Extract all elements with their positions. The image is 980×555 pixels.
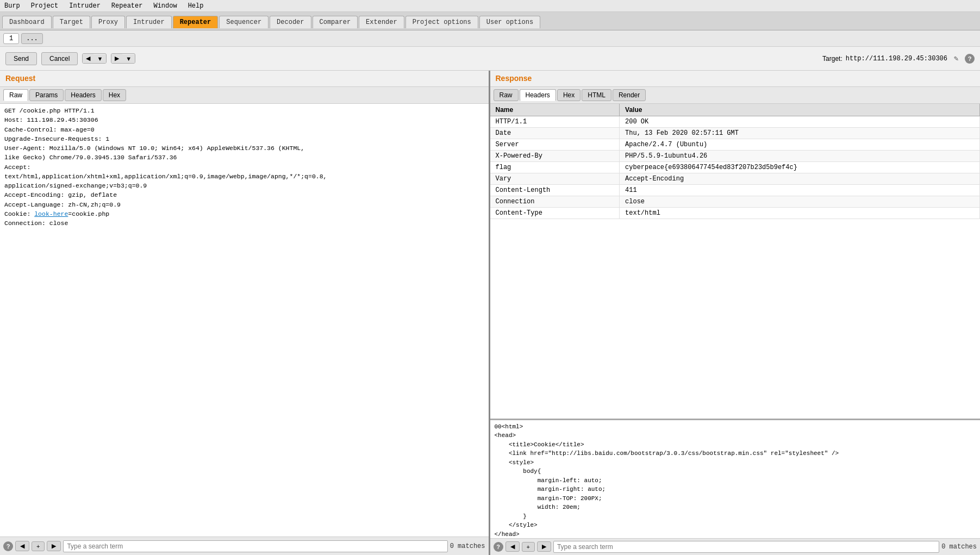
tab-target[interactable]: Target: [53, 16, 90, 28]
response-pane: Response Raw Headers Hex HTML Render Nam…: [490, 71, 981, 555]
request-content[interactable]: GET /cookie.php HTTP/1.1 Host: 111.198.2…: [0, 104, 489, 537]
request-tab-hex[interactable]: Hex: [103, 89, 126, 101]
nav-forward-group: ▶ ▼: [111, 53, 135, 64]
back-button[interactable]: ◀: [83, 54, 93, 63]
header-name: Server: [490, 139, 620, 151]
response-html-source[interactable]: 00<html> <head> <title>Cookie</title> <l…: [490, 419, 981, 538]
repeater-tabs: 1 ...: [0, 30, 980, 47]
response-tab-render[interactable]: Render: [613, 89, 646, 101]
request-tab-raw[interactable]: Raw: [3, 89, 28, 101]
request-search-next-plus[interactable]: +: [32, 541, 45, 551]
table-row: flagcyberpeace{e693806477454ed83f207b23d…: [490, 162, 980, 173]
menu-burp[interactable]: Burp: [2, 1, 22, 11]
header-name: Content-Length: [490, 185, 620, 196]
target-label: Target:: [822, 55, 842, 63]
response-content-area: Name Value HTTP/1.1200 OKDateThu, 13 Feb…: [490, 104, 981, 538]
request-tab-headers[interactable]: Headers: [65, 89, 101, 101]
request-search-help-icon[interactable]: ?: [3, 541, 13, 551]
target-info: Target: http://111.198.29.45:30306 ✎ ?: [822, 53, 975, 64]
header-value: text/html: [620, 208, 980, 219]
request-search-bar: ? ◀ + ▶ 0 matches: [0, 537, 489, 555]
repeater-tab-1[interactable]: 1: [3, 33, 19, 44]
menu-help[interactable]: Help: [186, 1, 206, 11]
request-search-next[interactable]: ▶: [47, 541, 61, 551]
response-search-input[interactable]: [553, 541, 939, 553]
tab-comparer[interactable]: Comparer: [313, 16, 358, 28]
table-row: VaryAccept-Encoding: [490, 173, 980, 185]
header-value: Thu, 13 Feb 2020 02:57:11 GMT: [620, 128, 980, 139]
forward-dropdown-button[interactable]: ▼: [122, 54, 135, 63]
table-row: X-Powered-ByPHP/5.5.9-1ubuntu4.26: [490, 151, 980, 162]
menu-repeater[interactable]: Repeater: [109, 1, 145, 11]
menubar: Burp Project Intruder Repeater Window He…: [0, 0, 980, 12]
back-dropdown-button[interactable]: ▼: [93, 54, 106, 63]
table-row: Content-Length411: [490, 185, 980, 196]
target-url: http://111.198.29.45:30306: [846, 55, 947, 63]
header-value: PHP/5.5.9-1ubuntu4.26: [620, 151, 980, 162]
request-search-prev[interactable]: ◀: [15, 541, 29, 551]
header-value: 411: [620, 185, 980, 196]
request-search-input[interactable]: [63, 540, 447, 552]
edit-target-icon[interactable]: ✎: [951, 53, 962, 64]
response-tab-raw[interactable]: Raw: [494, 89, 519, 101]
tab-decoder[interactable]: Decoder: [270, 16, 311, 28]
request-tab-params[interactable]: Params: [29, 89, 64, 101]
response-tab-headers[interactable]: Headers: [520, 89, 556, 101]
header-name: Date: [490, 128, 620, 139]
header-value: Accept-Encoding: [620, 173, 980, 185]
response-tab-html[interactable]: HTML: [582, 89, 611, 101]
html-source-content: 00<html> <head> <title>Cookie</title> <l…: [490, 420, 981, 538]
menu-intruder[interactable]: Intruder: [67, 1, 103, 11]
response-tabs: Raw Headers Hex HTML Render: [490, 87, 981, 104]
header-value: close: [620, 196, 980, 208]
response-header: Response: [490, 71, 981, 87]
response-search-next[interactable]: ▶: [537, 541, 551, 552]
menu-window[interactable]: Window: [151, 1, 179, 11]
col-value: Value: [620, 104, 980, 116]
table-row: Connectionclose: [490, 196, 980, 208]
header-name: X-Powered-By: [490, 151, 620, 162]
nav-back-group: ◀ ▼: [82, 53, 107, 64]
forward-button[interactable]: ▶: [111, 54, 122, 63]
response-search-next-plus[interactable]: +: [522, 542, 535, 552]
request-title: Request: [5, 74, 35, 83]
header-name: Vary: [490, 173, 620, 185]
header-name: Content-Type: [490, 208, 620, 219]
main-content: Request Raw Params Headers Hex GET /cook…: [0, 71, 980, 555]
request-pane: Request Raw Params Headers Hex GET /cook…: [0, 71, 490, 555]
tab-project-options[interactable]: Project options: [405, 16, 478, 28]
toolbar-help-icon[interactable]: ?: [965, 54, 975, 64]
table-row: DateThu, 13 Feb 2020 02:57:11 GMT: [490, 128, 980, 139]
response-tab-hex[interactable]: Hex: [557, 89, 580, 101]
tab-proxy[interactable]: Proxy: [91, 16, 125, 28]
request-header: Request: [0, 71, 489, 87]
toolbar: Send Cancel ◀ ▼ ▶ ▼ Target: http://111.1…: [0, 47, 980, 71]
tab-dashboard[interactable]: Dashboard: [2, 16, 52, 28]
response-headers-table: Name Value HTTP/1.1200 OKDateThu, 13 Feb…: [490, 104, 981, 219]
cookie-link[interactable]: look-here: [34, 210, 68, 217]
response-search-prev[interactable]: ◀: [505, 541, 520, 552]
tab-user-options[interactable]: User options: [479, 16, 540, 28]
tab-sequencer[interactable]: Sequencer: [219, 16, 269, 28]
table-row: Content-Typetext/html: [490, 208, 980, 219]
tab-extender[interactable]: Extender: [359, 16, 404, 28]
col-name: Name: [490, 104, 620, 116]
table-row: HTTP/1.1200 OK: [490, 116, 980, 128]
response-search-help-icon[interactable]: ?: [494, 542, 503, 552]
header-value: Apache/2.4.7 (Ubuntu): [620, 139, 980, 151]
header-name: Connection: [490, 196, 620, 208]
request-match-count: 0 matches: [450, 542, 485, 550]
cancel-button[interactable]: Cancel: [41, 52, 78, 65]
menu-project[interactable]: Project: [29, 1, 60, 11]
tab-repeater[interactable]: Repeater: [173, 16, 219, 28]
response-table-area[interactable]: Name Value HTTP/1.1200 OKDateThu, 13 Feb…: [490, 104, 981, 419]
header-name: flag: [490, 162, 620, 173]
repeater-tab-more[interactable]: ...: [21, 33, 43, 44]
request-tabs: Raw Params Headers Hex: [0, 87, 489, 104]
response-match-count: 0 matches: [941, 543, 977, 551]
send-button[interactable]: Send: [5, 52, 37, 65]
header-value: 200 OK: [620, 116, 980, 128]
tab-intruder[interactable]: Intruder: [126, 16, 172, 28]
response-search-bar: ? ◀ + ▶ 0 matches: [490, 538, 981, 555]
table-row: ServerApache/2.4.7 (Ubuntu): [490, 139, 980, 151]
